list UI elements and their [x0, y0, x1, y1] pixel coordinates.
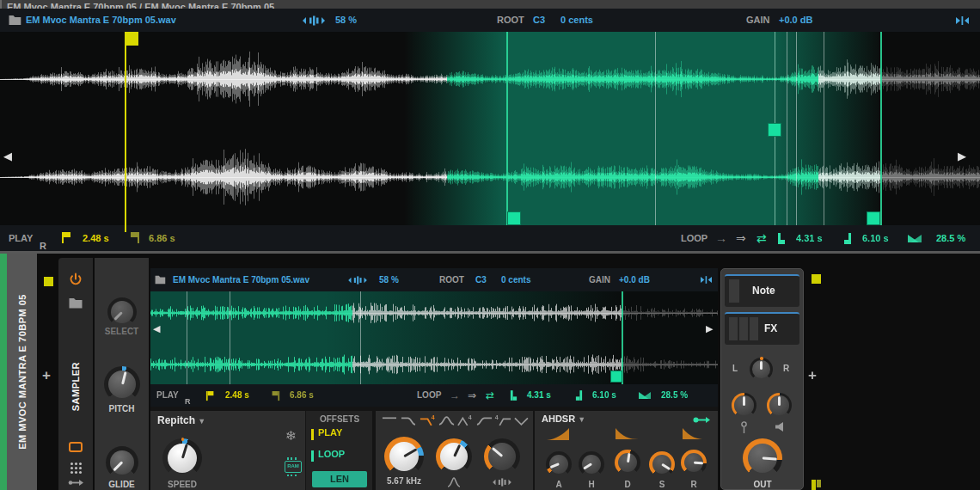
track-name-strip[interactable]: EM MVOC MANTRA E 70BPM 05: [7, 254, 37, 490]
loop-mode-pingpong-icon[interactable]: ⇄: [486, 384, 494, 407]
loop-end-handle[interactable]: [867, 211, 880, 225]
loop-mode-off-icon[interactable]: →: [715, 225, 727, 251]
offset-len-button[interactable]: LEN: [312, 471, 367, 487]
filter-notch-icon[interactable]: [513, 414, 531, 427]
play-start-value[interactable]: 2.48 s: [225, 384, 249, 407]
loop-crossfade-icon[interactable]: [908, 234, 922, 243]
scroll-right-arrow[interactable]: ▶: [706, 322, 713, 334]
root-cents-value[interactable]: 0 cents: [501, 268, 530, 291]
root-cents-value[interactable]: 0 cents: [560, 9, 593, 32]
select-knob[interactable]: [107, 297, 137, 327]
loop-crossfade-icon[interactable]: [639, 391, 651, 400]
ram-icon[interactable]: RAM: [285, 461, 302, 473]
loop-end-handle[interactable]: [610, 371, 622, 383]
marker-line[interactable]: [230, 291, 230, 384]
filter-lp4-icon[interactable]: 4: [419, 414, 437, 427]
loop-mode-pingpong-icon[interactable]: ⇄: [756, 225, 767, 251]
loop-crossfade-value[interactable]: 28.5 %: [661, 384, 688, 407]
filter-bp1-icon[interactable]: [438, 414, 456, 427]
envelope-mode-dropdown[interactable]: AHDSR ▼: [542, 413, 585, 424]
trim-to-selection-icon[interactable]: [701, 276, 712, 284]
loop-start-icon[interactable]: [777, 233, 786, 244]
loop-mode-on-icon[interactable]: ⇒: [468, 384, 476, 407]
play-end-value[interactable]: 6.86 s: [149, 225, 175, 251]
loop-start-handle[interactable]: [507, 211, 521, 225]
loop-end-icon[interactable]: [843, 233, 852, 244]
mini-waveform-display[interactable]: ◀ ▶: [150, 291, 718, 384]
speed-knob[interactable]: [162, 438, 202, 478]
trim-to-selection-icon[interactable]: [956, 16, 969, 25]
root-note-value[interactable]: C3: [475, 268, 487, 291]
marker-line[interactable]: [360, 291, 361, 384]
zone-amount-value[interactable]: 58 %: [379, 268, 399, 291]
loop-mode-off-icon[interactable]: →: [450, 384, 460, 407]
play-start-flag-icon[interactable]: [206, 391, 215, 401]
out-volume-knob[interactable]: [743, 438, 782, 478]
filter-hp4-icon[interactable]: 4: [494, 414, 512, 427]
loop-start-icon[interactable]: [510, 390, 518, 401]
keyzone-icon[interactable]: [348, 276, 367, 285]
env-attack-knob[interactable]: [546, 451, 572, 477]
loop-start-value[interactable]: 4.31 s: [796, 225, 823, 251]
add-device-button-right[interactable]: +: [808, 369, 817, 383]
editor-tab-bar[interactable]: EM Mvoc Mantra E 70bpm 05 / EM Mvoc Mant…: [0, 0, 980, 9]
loop-mode-on-icon[interactable]: ⇒: [736, 225, 746, 251]
gain-value[interactable]: +0.0 dB: [779, 9, 812, 32]
mini-waveform-canvas[interactable]: [150, 291, 718, 384]
offset-play-button[interactable]: PLAY: [318, 427, 342, 438]
envelope-route-icon[interactable]: [693, 415, 711, 425]
root-note-value[interactable]: C3: [533, 9, 545, 32]
beat-marker-line[interactable]: [796, 32, 797, 225]
velocity-amount-knob[interactable]: [767, 393, 792, 418]
waveform-display[interactable]: ◀ ▶: [0, 32, 980, 225]
zone-amount-value[interactable]: 58 %: [335, 9, 357, 32]
env-hold-knob[interactable]: [579, 451, 604, 477]
play-start-value[interactable]: 2.48 s: [83, 225, 109, 251]
filter-resonance-knob[interactable]: [436, 438, 472, 475]
loop-crossfade-handle[interactable]: [768, 123, 781, 137]
play-end-flag-icon[interactable]: [129, 232, 139, 244]
offset-loop-button[interactable]: LOOP: [318, 449, 345, 459]
chain-marker-top-right[interactable]: [812, 274, 821, 284]
device-power-icon[interactable]: [69, 273, 83, 286]
marker-line[interactable]: [187, 291, 187, 384]
keyzone-icon[interactable]: [303, 15, 325, 26]
loop-end-value[interactable]: 6.10 s: [592, 384, 616, 407]
env-decay-knob[interactable]: [615, 450, 640, 475]
chain-marker-top-left[interactable]: [44, 277, 53, 286]
tab-sampler[interactable]: SAMPLER: [58, 340, 93, 434]
sample-file-name[interactable]: EM Mvoc Mantra E 70bpm 05.wav: [26, 9, 176, 32]
note-fx-slot[interactable]: Note: [725, 274, 799, 307]
add-device-button-left[interactable]: +: [42, 369, 51, 383]
beat-marker-line[interactable]: [655, 32, 656, 225]
freeze-icon[interactable]: ❄: [285, 429, 297, 442]
scroll-left-arrow[interactable]: ◀: [3, 150, 12, 162]
loop-crossfade-value[interactable]: 28.5 %: [936, 225, 965, 251]
filter-lp1-icon[interactable]: [400, 414, 418, 427]
filter-cutoff-knob[interactable]: [384, 437, 424, 476]
env-sustain-knob[interactable]: [649, 451, 675, 477]
loop-end-value[interactable]: 6.10 s: [862, 225, 889, 251]
browser-target-icon[interactable]: [812, 480, 823, 490]
play-start-flag-icon[interactable]: [62, 232, 72, 244]
playback-mode-dropdown[interactable]: Repitch ▼: [157, 414, 205, 426]
filter-hp1-icon[interactable]: [475, 414, 493, 427]
play-end-flag-icon[interactable]: [271, 391, 279, 401]
filter-keytrack-knob[interactable]: [484, 438, 520, 475]
keytrack-amount-knob[interactable]: [732, 393, 756, 418]
play-start-line[interactable]: [125, 32, 126, 232]
scroll-right-arrow[interactable]: ▶: [958, 150, 966, 162]
filter-bp4-icon[interactable]: 4: [456, 414, 475, 427]
env-release-knob[interactable]: [681, 450, 707, 475]
filter-off-icon[interactable]: [381, 414, 399, 427]
device-preset-folder-icon[interactable]: [69, 297, 83, 309]
folder-icon[interactable]: [9, 15, 21, 26]
sample-file-name[interactable]: EM Mvoc Mantra E 70bpm 05.wav: [173, 268, 309, 291]
loop-end-line[interactable]: [880, 32, 882, 225]
loop-start-value[interactable]: 4.31 s: [527, 384, 551, 407]
pan-knob[interactable]: [750, 358, 773, 381]
play-start-handle[interactable]: [125, 32, 138, 46]
pitch-knob[interactable]: [104, 366, 140, 402]
scroll-left-arrow[interactable]: ◀: [153, 322, 160, 334]
filter-cutoff-value[interactable]: 5.67 kHz: [376, 476, 432, 486]
